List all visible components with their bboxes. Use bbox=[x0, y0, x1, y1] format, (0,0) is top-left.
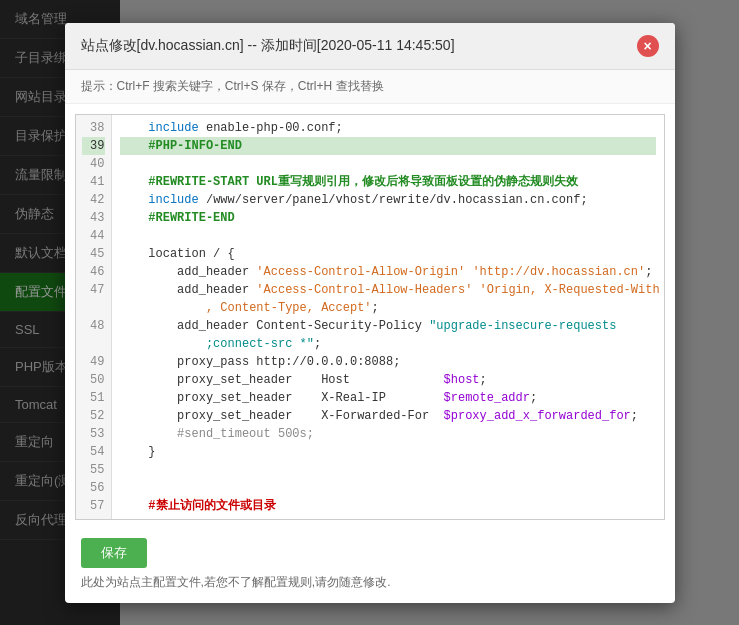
line-numbers: 38 39 40 41 42 43 44 45 46 47 48 49 50 5… bbox=[76, 115, 112, 519]
code-line: #REWRITE-START URL重写规则引用，修改后将导致面板设置的伪静态规… bbox=[120, 173, 656, 191]
code-line: add_header Content-Security-Policy "upgr… bbox=[120, 317, 656, 335]
code-line: proxy_pass http://0.0.0.0:8088; bbox=[120, 353, 656, 371]
code-line bbox=[120, 479, 656, 497]
modal-footer: 保存 此处为站点主配置文件,若您不了解配置规则,请勿随意修改. bbox=[65, 530, 675, 603]
code-line: proxy_set_header X-Forwarded-For $proxy_… bbox=[120, 407, 656, 425]
code-line: include enable-php-00.conf; bbox=[120, 119, 656, 137]
code-line: add_header 'Access-Control-Allow-Headers… bbox=[120, 281, 656, 299]
code-line: location / { bbox=[120, 245, 656, 263]
config-modal: 站点修改[dv.hocassian.cn] -- 添加时间[2020-05-11… bbox=[65, 23, 675, 603]
code-line: #禁止访问的文件或目录 bbox=[120, 497, 656, 515]
code-line bbox=[120, 461, 656, 479]
footer-note: 此处为站点主配置文件,若您不了解配置规则,请勿随意修改. bbox=[81, 574, 659, 599]
code-line: #REWRITE-END bbox=[120, 209, 656, 227]
code-line: include /www/server/panel/vhost/rewrite/… bbox=[120, 191, 656, 209]
code-content[interactable]: include enable-php-00.conf; #PHP-INFO-EN… bbox=[112, 115, 664, 519]
modal-body: 38 39 40 41 42 43 44 45 46 47 48 49 50 5… bbox=[65, 104, 675, 530]
modal-header: 站点修改[dv.hocassian.cn] -- 添加时间[2020-05-11… bbox=[65, 23, 675, 70]
code-line bbox=[120, 227, 656, 245]
code-line: proxy_set_header Host $host; bbox=[120, 371, 656, 389]
code-line bbox=[120, 155, 656, 173]
modal-hint: 提示：Ctrl+F 搜索关键字，Ctrl+S 保存，Ctrl+H 查找替换 bbox=[65, 70, 675, 104]
close-button[interactable]: × bbox=[637, 35, 659, 57]
code-line: } bbox=[120, 443, 656, 461]
code-editor[interactable]: 38 39 40 41 42 43 44 45 46 47 48 49 50 5… bbox=[75, 114, 665, 520]
modal-overlay: 站点修改[dv.hocassian.cn] -- 添加时间[2020-05-11… bbox=[0, 0, 739, 625]
code-line: , Content-Type, Accept'; bbox=[120, 299, 656, 317]
code-line: #send_timeout 500s; bbox=[120, 425, 656, 443]
code-line: #PHP-INFO-END bbox=[120, 137, 656, 155]
modal-title: 站点修改[dv.hocassian.cn] -- 添加时间[2020-05-11… bbox=[81, 37, 455, 55]
save-button[interactable]: 保存 bbox=[81, 538, 147, 568]
code-line: add_header 'Access-Control-Allow-Origin'… bbox=[120, 263, 656, 281]
code-line: ;connect-src *"; bbox=[120, 335, 656, 353]
code-line: proxy_set_header X-Real-IP $remote_addr; bbox=[120, 389, 656, 407]
